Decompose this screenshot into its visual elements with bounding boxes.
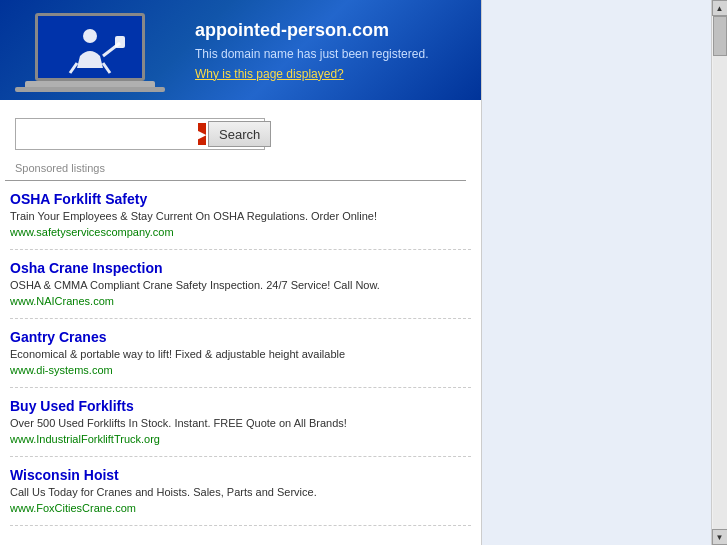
listing-desc: Economical & portable way to lift! Fixed… [10, 348, 466, 360]
listing-divider [10, 525, 471, 526]
listing-url[interactable]: www.NAICranes.com [10, 295, 114, 307]
search-box: ▶ Search [15, 118, 265, 150]
list-item: Wisconsin Hoist Call Us Today for Cranes… [5, 457, 476, 525]
search-input[interactable] [18, 122, 198, 146]
listing-title[interactable]: Gantry Cranes [10, 329, 466, 345]
list-item: Buy Used Forklifts Over 500 Used Forklif… [5, 388, 476, 456]
search-button[interactable]: Search [208, 121, 271, 147]
scrollbar-thumb[interactable] [713, 16, 727, 56]
listing-url[interactable]: www.safetyservicescompany.com [10, 226, 174, 238]
listing-desc: OSHA & CMMA Compliant Crane Safety Inspe… [10, 279, 466, 291]
list-item: OSHA Forklift Safety Train Your Employee… [5, 181, 476, 249]
listing-url[interactable]: www.FoxCitiesCrane.com [10, 502, 136, 514]
listing-title[interactable]: Osha Crane Inspection [10, 260, 466, 276]
listing-url[interactable]: www.IndustrialForkliftTruck.org [10, 433, 160, 445]
svg-rect-2 [38, 16, 142, 78]
list-item: Osha Crane Inspection OSHA & CMMA Compli… [5, 250, 476, 318]
listing-title[interactable]: Wisconsin Hoist [10, 467, 466, 483]
laptop-illustration [15, 8, 175, 93]
svg-rect-9 [15, 87, 165, 92]
search-area: ▶ Search [0, 100, 481, 158]
svg-point-3 [83, 29, 97, 43]
header-banner: appointed-person.com This domain name ha… [0, 0, 481, 100]
svg-rect-7 [115, 36, 125, 48]
scrollbar: ▲ ▼ [711, 0, 727, 545]
search-arrow-icon[interactable]: ▶ [198, 123, 206, 145]
banner-link[interactable]: Why is this page displayed? [195, 67, 344, 81]
scrollbar-up-button[interactable]: ▲ [712, 0, 728, 16]
scrollbar-track[interactable] [713, 16, 727, 529]
right-sidebar [481, 0, 711, 545]
banner-domain: appointed-person.com [195, 20, 428, 41]
listing-desc: Train Your Employees & Stay Current On O… [10, 210, 466, 222]
listing-desc: Call Us Today for Cranes and Hoists. Sal… [10, 486, 466, 498]
listing-title[interactable]: Buy Used Forklifts [10, 398, 466, 414]
scrollbar-down-button[interactable]: ▼ [712, 529, 728, 545]
listing-desc: Over 500 Used Forklifts In Stock. Instan… [10, 417, 466, 429]
listings-container: OSHA Forklift Safety Train Your Employee… [0, 181, 481, 526]
list-item: Gantry Cranes Economical & portable way … [5, 319, 476, 387]
listing-url[interactable]: www.di-systems.com [10, 364, 113, 376]
sponsored-label: Sponsored listings [0, 158, 481, 180]
banner-subtitle: This domain name has just been registere… [195, 47, 428, 61]
banner-text-container: appointed-person.com This domain name ha… [195, 20, 428, 81]
listing-title[interactable]: OSHA Forklift Safety [10, 191, 466, 207]
